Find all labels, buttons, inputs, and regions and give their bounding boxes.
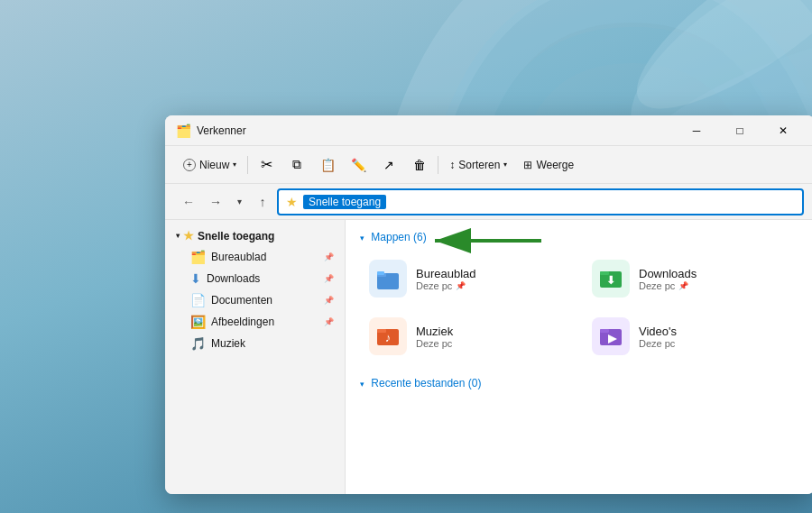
content-area: ▾ ★ Snelle toegang 🗂️ Bureaublad 📌 ⬇ Dow… [165, 220, 812, 494]
close-button[interactable]: ✕ [762, 118, 804, 143]
downloads-folder-info: Downloads Deze pc 📌 [639, 267, 697, 291]
muziek-icon: 🎵 [190, 336, 206, 351]
pin-icon-afbeeldingen: 📌 [324, 317, 334, 326]
paste-button[interactable]: 📋 [313, 151, 342, 179]
videos-folder-sub: Deze pc [639, 338, 677, 349]
bureaublad-folder-name: Bureaublad [416, 267, 476, 280]
muziek-sub-text: Deze pc [416, 338, 452, 349]
folders-chevron-icon: ▾ [360, 234, 364, 243]
title-bar: 🗂️ Verkenner ─ □ ✕ [165, 115, 812, 146]
address-bar[interactable]: ★ Snelle toegang [277, 188, 804, 215]
arrow-annotation [424, 227, 541, 254]
downloads-icon: ⬇ [190, 271, 201, 286]
sidebar-item-muziek[interactable]: 🎵 Muziek [169, 333, 341, 354]
new-chevron-icon: ▾ [233, 160, 236, 169]
new-label: Nieuw [199, 159, 229, 171]
address-star-icon: ★ [286, 195, 298, 209]
delete-button[interactable]: 🗑 [405, 151, 434, 179]
bureaublad-folder-sub: Deze pc 📌 [416, 280, 476, 291]
folder-item-muziek[interactable]: ♪ Muziek Deze pc [360, 310, 577, 362]
cut-button[interactable]: ✂ [252, 151, 281, 179]
folders-grid: Bureaublad Deze pc 📌 ⬇ [360, 252, 800, 362]
new-button[interactable]: + Nieuw ▾ [176, 155, 244, 175]
pin-icon-bureaublad: 📌 [324, 252, 334, 261]
videos-folder-icon [592, 317, 630, 355]
folder-item-bureaublad[interactable]: Bureaublad Deze pc 📌 [360, 252, 577, 305]
toolbar: + Nieuw ▾ ✂ ⧉ 📋 ✏️ ↗ 🗑 ↕ Sorteren ▾ ⊞ We… [165, 146, 812, 184]
folder-item-videos[interactable]: Video's Deze pc [583, 310, 800, 362]
sidebar-item-documenten[interactable]: 📄 Documenten 📌 [169, 289, 341, 311]
videos-folder-name: Video's [639, 325, 677, 338]
minimize-button[interactable]: ─ [676, 118, 717, 143]
back-button[interactable]: ← [176, 189, 201, 215]
downloads-folder-icon: ⬇ [592, 260, 630, 298]
expand-chevron-icon: ▾ [176, 232, 180, 240]
downloads-folder-name: Downloads [639, 267, 697, 280]
recent-chevron-icon: ▾ [360, 380, 364, 389]
recent-label: Recente bestanden (0) [371, 377, 481, 389]
nav-bar: ← → ▾ ↑ ★ Snelle toegang [165, 184, 812, 220]
pin-icon-documenten: 📌 [324, 296, 334, 305]
downloads-pin-icon: 📌 [678, 281, 688, 290]
muziek-folder-icon: ♪ [369, 317, 407, 355]
up-button[interactable]: ↑ [250, 189, 275, 215]
pin-icon-downloads: 📌 [324, 274, 334, 283]
videos-folder-info: Video's Deze pc [639, 325, 677, 349]
view-button[interactable]: ⊞ Weerge [516, 155, 581, 175]
muziek-folder-sub: Deze pc [416, 338, 453, 349]
sidebar: ▾ ★ Snelle toegang 🗂️ Bureaublad 📌 ⬇ Dow… [165, 220, 346, 494]
toolbar-sep-2 [438, 156, 438, 174]
forward-button[interactable]: → [203, 189, 228, 215]
bureaublad-icon: 🗂️ [190, 250, 206, 264]
quick-access-header[interactable]: ▾ ★ Snelle toegang [169, 225, 341, 246]
muziek-folder-name: Muziek [416, 325, 453, 338]
toolbar-sep-1 [247, 156, 248, 174]
main-content: ▾ Mappen (6) Bureaublad [346, 220, 812, 494]
quick-access-group: ▾ ★ Snelle toegang 🗂️ Bureaublad 📌 ⬇ Dow… [165, 225, 345, 354]
rename-button[interactable]: ✏️ [344, 151, 373, 179]
downloads-label: Downloads [207, 272, 260, 285]
bureaublad-folder-info: Bureaublad Deze pc 📌 [416, 267, 476, 291]
view-label: Weerge [536, 159, 574, 171]
bureaublad-pin-icon: 📌 [456, 281, 466, 290]
svg-rect-5 [377, 271, 384, 275]
svg-text:⬇: ⬇ [606, 274, 615, 287]
sort-button[interactable]: ↕ Sorteren ▾ [442, 155, 514, 175]
videos-sub-text: Deze pc [639, 338, 675, 349]
address-text: Snelle toegang [303, 195, 386, 209]
sort-chevron-icon: ▾ [503, 160, 507, 169]
view-icon: ⊞ [523, 159, 532, 171]
documenten-icon: 📄 [190, 293, 206, 307]
afbeeldingen-label: Afbeeldingen [211, 316, 274, 328]
dropdown-button[interactable]: ▾ [230, 189, 248, 215]
explorer-window: 🗂️ Verkenner ─ □ ✕ + Nieuw ▾ ✂ ⧉ 📋 ✏️ ↗ … [165, 115, 812, 494]
sidebar-item-bureaublad[interactable]: 🗂️ Bureaublad 📌 [169, 246, 341, 268]
bureaublad-label: Bureaublad [211, 251, 266, 263]
folders-label: Mappen (6) [371, 231, 426, 243]
folder-item-downloads[interactable]: ⬇ Downloads Deze pc 📌 [583, 252, 800, 305]
quick-access-label: Snelle toegang [198, 230, 274, 243]
downloads-sub-text: Deze pc [639, 280, 675, 291]
sidebar-item-afbeeldingen[interactable]: 🖼️ Afbeeldingen 📌 [169, 311, 341, 333]
green-arrow-icon [424, 227, 541, 254]
muziek-label: Muziek [211, 337, 245, 350]
svg-text:♪: ♪ [385, 331, 392, 344]
bureaublad-folder-icon [369, 260, 407, 298]
new-plus-icon: + [183, 159, 196, 171]
sort-label: Sorteren [458, 159, 500, 171]
svg-rect-13 [600, 329, 609, 333]
muziek-folder-info: Muziek Deze pc [416, 325, 453, 349]
title-bar-folder-icon: 🗂️ [176, 124, 191, 138]
maximize-button[interactable]: □ [719, 118, 761, 143]
sidebar-item-downloads[interactable]: ⬇ Downloads 📌 [169, 268, 341, 289]
window-title: Verkenner [197, 124, 676, 137]
copy-button[interactable]: ⧉ [282, 151, 311, 179]
recent-section-header: ▾ Recente bestanden (0) [360, 377, 800, 389]
sort-icon: ↕ [449, 159, 455, 171]
bureaublad-sub-text: Deze pc [416, 280, 452, 291]
downloads-folder-sub: Deze pc 📌 [639, 280, 697, 291]
afbeeldingen-icon: 🖼️ [190, 315, 206, 329]
quick-access-star-icon: ★ [183, 229, 194, 243]
share-button[interactable]: ↗ [374, 151, 403, 179]
documenten-label: Documenten [211, 294, 272, 307]
